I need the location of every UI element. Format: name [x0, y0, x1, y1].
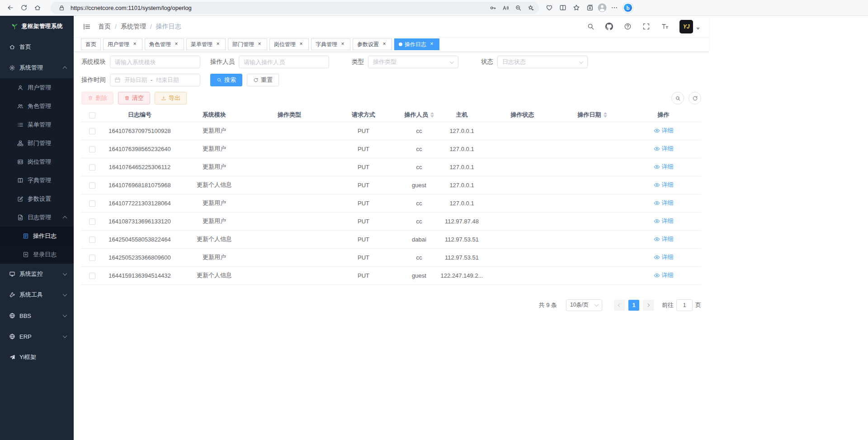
split-screen-button[interactable] — [556, 1, 570, 14]
browser-essentials-button[interactable] — [542, 1, 556, 14]
tab-oper-log[interactable]: 操作日志× — [394, 38, 439, 50]
sidebar-item-post-mgmt[interactable]: 岗位管理 — [0, 152, 74, 171]
row-checkbox[interactable] — [89, 218, 95, 225]
sidebar-item-role-mgmt[interactable]: 角色管理 — [0, 97, 74, 115]
detail-link[interactable]: 详细 — [654, 127, 674, 135]
detail-link[interactable]: 详细 — [654, 181, 674, 189]
add-favorite-icon[interactable] — [525, 2, 536, 13]
sidebar-item-erp[interactable]: ERP — [0, 326, 74, 347]
sidebar-item-menu-mgmt[interactable]: 菜单管理 — [0, 115, 74, 134]
tab-menu-mgmt[interactable]: 菜单管理× — [186, 38, 226, 50]
prev-page-button[interactable] — [614, 300, 625, 311]
tab-dict-mgmt[interactable]: 字典管理× — [311, 38, 350, 50]
next-page-button[interactable] — [643, 300, 654, 311]
copilot-bing-icon[interactable]: b — [622, 2, 634, 14]
select-all-checkbox[interactable] — [89, 112, 95, 118]
column-date[interactable]: 操作日期 — [559, 108, 626, 122]
sidebar-item-user-mgmt[interactable]: 用户管理 — [0, 78, 74, 97]
close-icon[interactable]: × — [173, 41, 179, 47]
sidebar-item-oper-log[interactable]: 操作日志 — [0, 227, 74, 245]
close-icon[interactable]: × — [381, 41, 387, 47]
sidebar-item-system-mgmt[interactable]: 系统管理 — [0, 57, 74, 78]
collections-button[interactable] — [583, 1, 597, 14]
detail-link[interactable]: 详细 — [654, 253, 674, 261]
header-search-icon[interactable] — [587, 23, 594, 30]
browser-more-button[interactable] — [608, 1, 621, 14]
operator-input[interactable] — [239, 56, 329, 68]
site-lock-icon[interactable] — [56, 2, 67, 13]
sidebar-item-dept-mgmt[interactable]: 部门管理 — [0, 134, 74, 152]
sidebar-item-yi-framework[interactable]: Yi框架 — [0, 347, 74, 368]
fullscreen-icon[interactable] — [642, 23, 650, 30]
row-checkbox[interactable] — [89, 200, 95, 207]
toggle-search-button[interactable] — [671, 92, 684, 104]
close-icon[interactable]: × — [215, 41, 221, 47]
zoom-out-icon[interactable] — [513, 2, 524, 13]
sidebar-item-dict-mgmt[interactable]: 字典管理 — [0, 171, 74, 189]
sidebar-item-login-log[interactable]: 登录日志 — [0, 245, 74, 264]
sidebar-item-param-settings[interactable]: 参数设置 — [0, 189, 74, 208]
goto-page-input[interactable] — [676, 299, 693, 311]
browser-refresh-button[interactable] — [17, 1, 31, 14]
row-checkbox[interactable] — [89, 128, 95, 134]
row-checkbox[interactable] — [89, 255, 95, 261]
detail-link[interactable]: 详细 — [654, 235, 674, 243]
tab-role-mgmt[interactable]: 角色管理× — [145, 38, 184, 50]
row-checkbox[interactable] — [89, 273, 95, 279]
detail-link[interactable]: 详细 — [654, 145, 674, 153]
detail-link[interactable]: 详细 — [654, 271, 674, 279]
detail-link[interactable]: 详细 — [654, 199, 674, 207]
close-icon[interactable]: × — [298, 41, 304, 47]
delete-button[interactable]: 删除 — [81, 92, 113, 104]
row-checkbox[interactable] — [89, 164, 95, 170]
detail-link[interactable]: 详细 — [654, 163, 674, 171]
close-icon[interactable]: × — [429, 41, 435, 47]
sidebar-item-log-mgmt[interactable]: 日志管理 — [0, 208, 74, 227]
row-checkbox[interactable] — [89, 237, 95, 243]
sidebar-item-system-monitor[interactable]: 系统监控 — [0, 264, 74, 284]
module-input[interactable] — [110, 56, 200, 68]
date-range-picker[interactable]: 开始日期 - 结束日期 — [110, 74, 200, 86]
help-icon[interactable] — [624, 23, 632, 30]
page-size-select[interactable]: 10条/页 — [566, 299, 602, 311]
row-checkbox[interactable] — [89, 146, 95, 152]
type-select[interactable]: 操作类型 — [368, 56, 458, 68]
sidebar-item-bbs[interactable]: BBS — [0, 305, 74, 326]
close-icon[interactable]: × — [132, 41, 138, 47]
browser-back-button[interactable] — [4, 1, 17, 14]
font-size-icon[interactable] — [661, 23, 669, 30]
user-avatar-menu[interactable]: YJ — [679, 20, 700, 33]
column-operator[interactable]: 操作人员 — [401, 108, 438, 122]
avatar[interactable]: YJ — [679, 20, 693, 33]
refresh-table-button[interactable] — [689, 92, 701, 104]
github-icon[interactable] — [605, 23, 613, 30]
url-text[interactable]: https://ccnetcore.com:1101/system/log/op… — [71, 5, 486, 11]
app-logo[interactable]: 意框架管理系统 — [0, 16, 74, 37]
reset-button[interactable]: 重置 — [247, 74, 279, 86]
close-icon[interactable]: × — [256, 41, 263, 47]
sidebar-toggle-icon[interactable] — [83, 23, 91, 31]
close-icon[interactable]: × — [340, 41, 346, 47]
search-button[interactable]: 搜索 — [210, 74, 242, 86]
status-select[interactable]: 日志状态 — [497, 56, 588, 68]
password-key-icon[interactable] — [487, 2, 498, 13]
sort-icon[interactable] — [430, 112, 434, 118]
tab-dept-mgmt[interactable]: 部门管理× — [228, 38, 267, 50]
page-number-button[interactable]: 1 — [628, 300, 639, 311]
sort-icon[interactable] — [604, 112, 607, 118]
breadcrumb-system-mgmt[interactable]: 系统管理 — [121, 23, 146, 31]
row-checkbox[interactable] — [89, 182, 95, 189]
export-button[interactable]: 导出 — [155, 92, 187, 104]
breadcrumb-home[interactable]: 首页 — [98, 23, 111, 31]
tab-home[interactable]: 首页 — [81, 38, 101, 50]
sidebar-item-home[interactable]: 首页 — [0, 37, 74, 57]
browser-profile-avatar[interactable] — [597, 2, 608, 13]
browser-home-button[interactable] — [31, 1, 44, 14]
detail-link[interactable]: 详细 — [654, 217, 674, 225]
tab-user-mgmt[interactable]: 用户管理× — [103, 38, 142, 50]
tab-post-mgmt[interactable]: 岗位管理× — [269, 38, 309, 50]
tab-param-settings[interactable]: 参数设置× — [353, 38, 392, 50]
address-bar[interactable]: https://ccnetcore.com:1101/system/log/op… — [51, 2, 539, 14]
clear-button[interactable]: 清空 — [118, 92, 150, 104]
favorites-button[interactable] — [570, 1, 583, 14]
